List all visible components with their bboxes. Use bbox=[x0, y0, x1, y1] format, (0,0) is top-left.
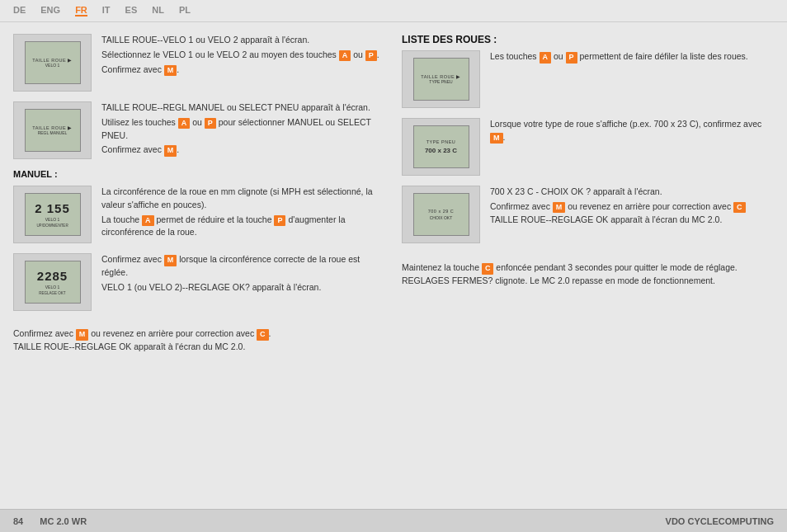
device-image-r3: 700 x 29 C CHOIX OKT bbox=[402, 186, 480, 243]
text-circ-line1: La circonférence de la roue en mm cligno… bbox=[101, 186, 385, 212]
text-choix-line1: 700 X 23 C - CHOIX OK ? apparaît à l'écr… bbox=[490, 186, 774, 199]
screen-sublabel-4: REGLAGE OKT bbox=[39, 291, 65, 295]
text-regl-line2: Utilisez les touches A ou P pour sélecti… bbox=[101, 116, 385, 143]
text-velo-select: TAILLE ROUE--VELO 1 ou VELO 2 apparaît à… bbox=[101, 34, 385, 78]
badge-a-2: A bbox=[178, 118, 191, 129]
page-number: 84 bbox=[13, 516, 23, 526]
badge-a-1: A bbox=[339, 50, 351, 62]
text-circ-adjust: La circonférence de la roue en mm cligno… bbox=[101, 186, 385, 241]
screen-label-1: TAILLE ROUE ▶ bbox=[32, 58, 72, 64]
badge-a-r1: A bbox=[540, 52, 552, 64]
bottom-confirm-text: Confirmez avec M ou revenez en arrière p… bbox=[13, 327, 385, 354]
device-image-2: TAILLE ROUE ▶ REGL MANUEL bbox=[13, 101, 92, 159]
text-choix-ok: 700 X 23 C - CHOIX OK ? apparaît à l'écr… bbox=[490, 186, 774, 228]
block-regl-manuel: TAILLE ROUE ▶ REGL MANUEL TAILLE ROUE--R… bbox=[13, 101, 385, 159]
badge-a-3: A bbox=[142, 215, 154, 227]
screen-label-r2: TYPE PNEU bbox=[426, 139, 456, 145]
screen-label-4: VELO 1 bbox=[45, 285, 60, 290]
text-regl-line1: TAILLE ROUE--REGL MANUEL ou SELECT PNEU … bbox=[101, 101, 385, 115]
text-velo-line1: TAILLE ROUE--VELO 1 ou VELO 2 apparaît à… bbox=[101, 34, 385, 47]
screen-num-r2: 700 x 23 C bbox=[425, 147, 457, 155]
text-regl-manuel: TAILLE ROUE--REGL MANUEL ou SELECT PNEU … bbox=[101, 101, 385, 158]
manuel-heading: MANUEL : bbox=[13, 169, 385, 179]
nav-tab-eng[interactable]: ENG bbox=[40, 5, 60, 16]
badge-m-4: M bbox=[164, 255, 177, 266]
liste-heading: LISTE DES ROUES : bbox=[402, 34, 774, 45]
block-velo-select: TAILLE ROUE ▶ VELO 1 TAILLE ROUE--VELO 1… bbox=[13, 34, 385, 92]
text-pneu-line1: Lorsque votre type de roue s'affiche (p.… bbox=[490, 118, 774, 144]
nav-tab-de[interactable]: DE bbox=[13, 5, 26, 16]
screen-bignum-3: 2 155 bbox=[35, 201, 70, 215]
left-column: TAILLE ROUE ▶ VELO 1 TAILLE ROUE--VELO 1… bbox=[13, 34, 385, 501]
device-image-r1: TAILLE ROUE ▶ TYPE PNEU bbox=[402, 50, 480, 108]
text-circ-confirm: Confirmez avec M lorsque la circonférenc… bbox=[101, 253, 385, 295]
badge-p-r1: P bbox=[566, 52, 577, 64]
screen-label-r3: 700 x 29 C bbox=[428, 209, 455, 214]
badge-c-right-bottom: C bbox=[482, 263, 494, 275]
block-circ-confirm: 2285 VELO 1 REGLAGE OKT Confirmez avec M… bbox=[13, 253, 385, 311]
badge-p-1: P bbox=[365, 50, 377, 62]
main-content: TAILLE ROUE ▶ VELO 1 TAILLE ROUE--VELO 1… bbox=[0, 22, 787, 509]
device-image-3: 2 155 VELO 1 UP/DOWN/ENTER bbox=[13, 186, 92, 243]
nav-tab-es[interactable]: ES bbox=[125, 5, 138, 16]
text-velo-line3: Confirmez avec M. bbox=[101, 64, 385, 77]
badge-m-1: M bbox=[164, 65, 177, 77]
text-liste-line1: Les touches A ou P permettent de faire d… bbox=[490, 50, 774, 64]
rblock-type-pneu: TYPE PNEU 700 x 23 C Lorsque votre type … bbox=[402, 118, 774, 176]
text-choix-line2: Confirmez avec M ou revenez en arrière p… bbox=[490, 200, 774, 227]
badge-m-2: M bbox=[164, 145, 177, 157]
screen-bignum-4: 2285 bbox=[37, 269, 68, 283]
language-nav: DE ENG FR IT ES NL PL bbox=[0, 0, 787, 22]
right-column: LISTE DES ROUES : TAILLE ROUE ▶ TYPE PNE… bbox=[402, 34, 774, 501]
badge-p-3: P bbox=[274, 215, 285, 227]
screen-sublabel-2: REGL MANUEL bbox=[38, 130, 68, 135]
text-type-pneu: Lorsque votre type de roue s'affiche (p.… bbox=[490, 118, 774, 146]
text-circ-confirm-line1: Confirmez avec M lorsque la circonférenc… bbox=[101, 253, 385, 280]
screen-label-2: TAILLE ROUE ▶ bbox=[32, 125, 72, 131]
text-velo-line2: Sélectionnez le VELO 1 ou le VELO 2 au m… bbox=[101, 49, 385, 62]
screen-sublabel-1: VELO 1 bbox=[45, 63, 60, 68]
badge-c-r3: C bbox=[733, 202, 746, 214]
text-circ-confirm-line2: VELO 1 (ou VELO 2)--REGLAGE OK? apparaît… bbox=[101, 281, 385, 294]
nav-tab-nl[interactable]: NL bbox=[152, 5, 164, 16]
badge-p-2: P bbox=[205, 118, 216, 129]
device-image-4: 2285 VELO 1 REGLAGE OKT bbox=[13, 253, 92, 311]
nav-tab-fr[interactable]: FR bbox=[75, 5, 87, 16]
device-image-1: TAILLE ROUE ▶ VELO 1 bbox=[13, 34, 92, 92]
badge-m-r2: M bbox=[490, 133, 503, 144]
rblock-choix-ok: 700 x 29 C CHOIX OKT 700 X 23 C - CHOIX … bbox=[402, 186, 774, 243]
footer-bar: 84 MC 2.0 WR VDO CYCLECOMPUTING bbox=[0, 509, 787, 532]
screen-label-3: VELO 1 bbox=[45, 217, 60, 222]
badge-m-r3: M bbox=[553, 202, 566, 214]
nav-tab-pl[interactable]: PL bbox=[179, 5, 191, 16]
badge-m-bottom: M bbox=[76, 329, 89, 341]
badge-c-bottom: C bbox=[257, 329, 269, 341]
block-circ-adjust: 2 155 VELO 1 UP/DOWN/ENTER La circonfére… bbox=[13, 186, 385, 243]
device-name: MC 2.0 WR bbox=[40, 516, 87, 526]
screen-sublabel-r3: CHOIX OKT bbox=[430, 215, 453, 220]
brand-name: VDO CYCLECOMPUTING bbox=[666, 516, 774, 526]
text-regl-line3: Confirmez avec M. bbox=[101, 144, 385, 157]
text-liste-scroll: Les touches A ou P permettent de faire d… bbox=[490, 50, 774, 65]
rblock-liste-scroll: TAILLE ROUE ▶ TYPE PNEU Les touches A ou… bbox=[402, 50, 774, 108]
text-circ-line2: La touche A permet de réduire et la touc… bbox=[101, 214, 385, 240]
screen-sublabel-3: UP/DOWN/ENTER bbox=[36, 224, 68, 228]
screen-sublabel-r1: TYPE PNEU bbox=[429, 79, 452, 84]
screen-label-r1: TAILLE ROUE ▶ bbox=[421, 74, 460, 80]
device-image-r2: TYPE PNEU 700 x 23 C bbox=[402, 118, 480, 176]
nav-tab-it[interactable]: IT bbox=[102, 5, 111, 16]
right-bottom-text: Maintenez la touche C enfoncée pendant 3… bbox=[402, 261, 774, 288]
